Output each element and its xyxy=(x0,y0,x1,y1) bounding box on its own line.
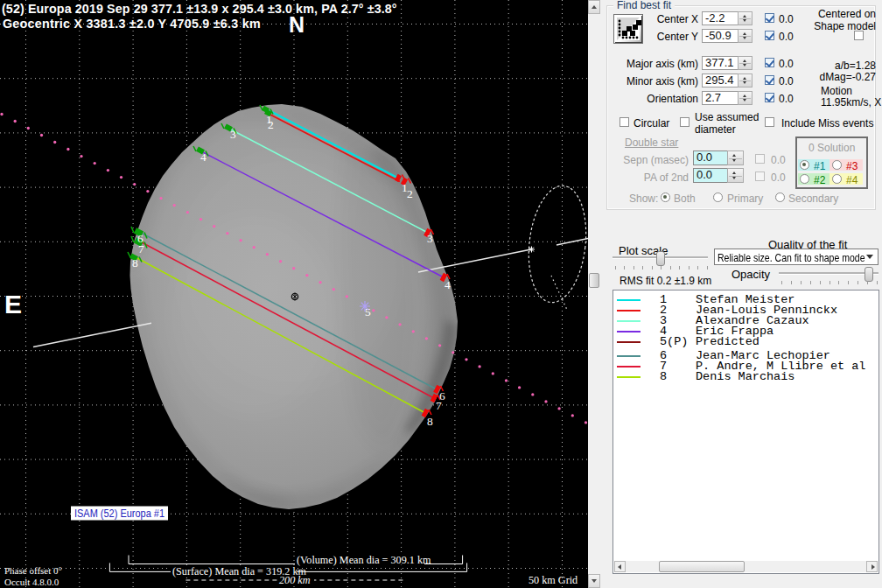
svg-text:ISAM (52) Europa #1: ISAM (52) Europa #1 xyxy=(74,508,164,520)
svg-text:3: 3 xyxy=(230,128,236,141)
svg-text:200 km: 200 km xyxy=(279,574,311,586)
svg-text:2: 2 xyxy=(407,187,413,200)
svg-text:8: 8 xyxy=(132,256,138,270)
svg-text:Occult 4.8.0.0: Occult 4.8.0.0 xyxy=(4,577,60,587)
svg-text:2: 2 xyxy=(268,118,274,131)
svg-text:N: N xyxy=(289,12,304,37)
svg-text:3: 3 xyxy=(427,232,433,245)
svg-text:Phase offset 0°: Phase offset 0° xyxy=(4,565,62,576)
svg-text:Geocentric X 3381.3 ±2.0 Y: Geocentric X 3381.3 ±2.0 Y 4705.9 ±6.3 k… xyxy=(3,17,261,31)
svg-text:7: 7 xyxy=(436,399,442,412)
svg-text:(52) Europa 2019 Sep 29 377: (52) Europa 2019 Sep 29 377.1 ±13.9 x 29… xyxy=(2,2,397,16)
svg-text:8: 8 xyxy=(427,415,433,428)
svg-text:4: 4 xyxy=(444,278,451,291)
svg-text:7: 7 xyxy=(138,242,144,256)
svg-text:4: 4 xyxy=(200,150,206,164)
svg-text:50 km Grid: 50 km Grid xyxy=(528,574,578,586)
svg-text:E: E xyxy=(4,290,22,318)
svg-text:(Volume) Mean dia = 309.1 km: (Volume) Mean dia = 309.1 km xyxy=(297,554,431,566)
